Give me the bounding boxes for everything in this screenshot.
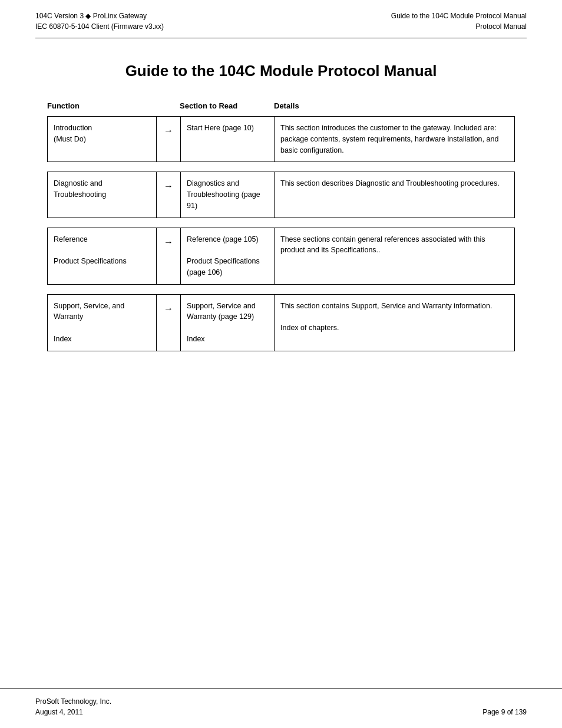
main-content: Guide to the 104C Module Protocol Manual…	[0, 38, 562, 396]
cell-details-0: This section introduces the customer to …	[275, 117, 514, 162]
header-right-line1: Guide to the 104C Module Protocol Manual	[391, 11, 527, 21]
cell-function-2: Reference Product Specifications	[48, 228, 157, 284]
cell-section-0: Start Here (page 10)	[180, 117, 275, 162]
cell-function-3: Support, Service, and Warranty Index	[48, 295, 157, 351]
col-header-section: Section to Read	[180, 101, 274, 110]
page-title: Guide to the 104C Module Protocol Manual	[47, 62, 515, 80]
header-right: Guide to the 104C Module Protocol Manual…	[391, 11, 527, 32]
footer-page: Page 9 of 139	[482, 707, 527, 717]
column-headers: Function Section to Read Details	[47, 101, 515, 114]
table-row: Diagnostic and Troubleshooting→Diagnosti…	[47, 172, 515, 218]
page-header: 104C Version 3 ◆ ProLinx Gateway IEC 608…	[0, 0, 562, 38]
header-left: 104C Version 3 ◆ ProLinx Gateway IEC 608…	[35, 11, 164, 32]
cell-details-3: This section contains Support, Service a…	[275, 295, 514, 351]
col-header-function: Function	[47, 101, 156, 110]
cell-section-2: Reference (page 105) Product Specificati…	[180, 228, 275, 284]
cell-arrow-1: →	[157, 172, 180, 217]
col-header-arrow-spacer	[156, 101, 180, 110]
header-left-line2: IEC 60870-5-104 Client (Firmware v3.xx)	[35, 21, 164, 32]
table-rows-container: Introduction (Must Do)→Start Here (page …	[47, 116, 515, 351]
page-footer: ProSoft Technology, Inc. August 4, 2011 …	[0, 689, 562, 728]
cell-arrow-2: →	[157, 228, 180, 284]
header-right-line2: Protocol Manual	[391, 21, 527, 32]
cell-section-3: Support, Service and Warranty (page 129)…	[180, 295, 275, 351]
table-row: Reference Product Specifications→Referen…	[47, 228, 515, 285]
footer-company: ProSoft Technology, Inc.	[35, 696, 111, 707]
header-left-line1: 104C Version 3 ◆ ProLinx Gateway	[35, 11, 164, 21]
col-header-details: Details	[274, 101, 515, 110]
cell-section-1: Diagnostics and Troubleshooting (page 91…	[180, 172, 275, 217]
table-row: Introduction (Must Do)→Start Here (page …	[47, 116, 515, 162]
cell-arrow-3: →	[157, 295, 180, 351]
cell-details-2: These sections contain general reference…	[275, 228, 514, 284]
cell-arrow-0: →	[157, 117, 180, 162]
cell-function-0: Introduction (Must Do)	[48, 117, 157, 162]
cell-function-1: Diagnostic and Troubleshooting	[48, 172, 157, 217]
footer-left: ProSoft Technology, Inc. August 4, 2011	[35, 696, 111, 717]
footer-date: August 4, 2011	[35, 707, 111, 717]
cell-details-1: This section describes Diagnostic and Tr…	[275, 172, 514, 217]
table-row: Support, Service, and Warranty Index→Sup…	[47, 294, 515, 351]
